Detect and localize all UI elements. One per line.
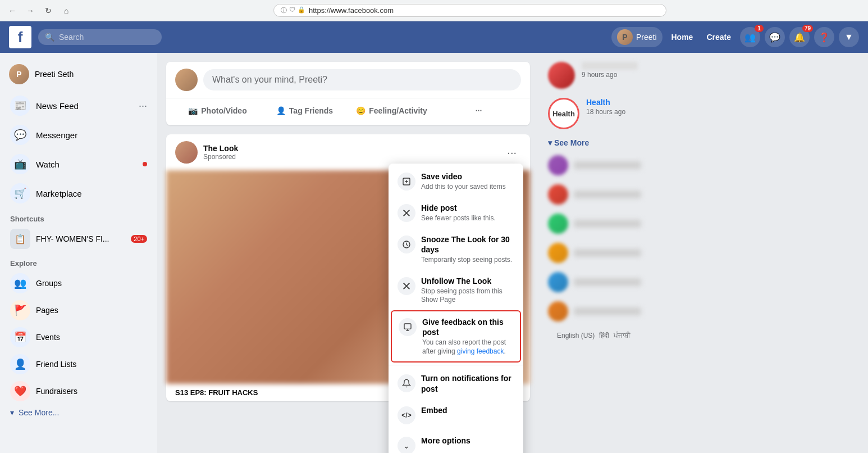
- embed-icon: </>: [398, 406, 415, 424]
- dropdown-give-feedback[interactable]: Give feedback on this post You can also …: [391, 310, 521, 363]
- contact-item-3[interactable]: [548, 210, 721, 237]
- messenger-label: Messenger: [36, 130, 77, 140]
- messenger-icon: 💬: [10, 125, 30, 145]
- health-time: 18 hours ago: [586, 108, 721, 116]
- health-title[interactable]: Health: [586, 98, 721, 107]
- explore-item-friend-lists[interactable]: 👤 Friend Lists: [4, 351, 153, 378]
- topnav-right: P Preeti Home Create 👥 1 💬 🔔 79 ❓ ▼: [611, 27, 859, 47]
- sidebar-item-newsfeed[interactable]: 📰 News Feed ···: [4, 91, 153, 120]
- friends-notification[interactable]: 👥 1: [740, 27, 760, 47]
- dropdown-embed[interactable]: </> Embed: [391, 400, 521, 430]
- right-item-1-title[interactable]: [582, 62, 638, 70]
- fhy-icon: 📋: [10, 229, 30, 249]
- dropdown-unfollow[interactable]: Unfollow The Look Stop seeing posts from…: [391, 270, 521, 310]
- explore-item-fundraisers[interactable]: ❤️ Fundraisers: [4, 378, 153, 405]
- contact-3-avatar: [548, 214, 568, 234]
- unfollow-title: Unfollow The Look: [421, 276, 514, 286]
- footer-hindi[interactable]: हिंदी: [599, 332, 609, 339]
- forward-button[interactable]: →: [24, 4, 37, 17]
- groups-icon: 👥: [10, 273, 30, 293]
- hide-post-text: Hide post See fewer posts like this.: [421, 203, 514, 223]
- composer-more[interactable]: ···: [436, 103, 521, 119]
- contact-item-6[interactable]: [548, 298, 721, 325]
- footer-english[interactable]: English (US): [557, 332, 595, 339]
- contact-4-avatar: [548, 243, 568, 263]
- tag-friends-label: Tag Friends: [289, 106, 333, 115]
- user-avatar: P: [617, 29, 633, 45]
- snooze-icon: [398, 235, 415, 253]
- watch-notification-dot: [143, 162, 147, 166]
- search-bar[interactable]: 🔍: [38, 29, 162, 45]
- address-bar[interactable]: ⓘ 🛡 🔒 https://www.facebook.com: [273, 4, 666, 17]
- notifications-icon: [398, 374, 415, 392]
- footer-punjabi[interactable]: ਪੰਜਾਬੀ: [614, 332, 631, 339]
- help-button[interactable]: ❓: [814, 27, 834, 47]
- dropdown-save-video[interactable]: Save video Add this to your saved items: [391, 166, 521, 197]
- dropdown-turn-on-notifications[interactable]: Turn on notifications for post: [391, 368, 521, 399]
- post-time: Sponsored: [203, 153, 497, 161]
- explore-item-events[interactable]: 📅 Events: [4, 324, 153, 351]
- save-video-title: Save video: [421, 171, 514, 182]
- contact-5-name: [574, 278, 641, 286]
- events-icon: 📅: [10, 327, 30, 347]
- watch-icon: 📺: [10, 154, 30, 174]
- composer-feeling-activity[interactable]: 😊 Feeling/Activity: [349, 103, 434, 119]
- post-meta: The Look Sponsored: [203, 144, 497, 161]
- photo-video-icon: 📷: [188, 106, 198, 115]
- sidebar-item-marketplace[interactable]: 🛒 Marketplace: [4, 179, 153, 208]
- home-button[interactable]: ⌂: [60, 4, 73, 17]
- contact-item-5[interactable]: [548, 269, 721, 296]
- composer-divider: [166, 98, 530, 98]
- contact-item-4[interactable]: [548, 239, 721, 266]
- notifications-title: Turn on notifications for post: [421, 373, 514, 393]
- dropdown-more-options[interactable]: ⌄ More options: [391, 430, 521, 453]
- center-feed: What's on your mind, Preeti? 📷 Photo/Vid…: [157, 53, 539, 453]
- dropdown-hide-post[interactable]: Hide post See fewer posts like this.: [391, 197, 521, 229]
- snooze-subtitle: Temporarily stop seeing posts.: [421, 256, 514, 265]
- post-card: The Look Sponsored ··· S13 EP8: FRUIT HA…: [166, 134, 530, 401]
- dropdown-snooze[interactable]: Snooze The Look for 30 days Temporarily …: [391, 229, 521, 270]
- contact-3-name: [574, 220, 641, 228]
- messages-button[interactable]: 💬: [765, 27, 785, 47]
- contact-2-name: [574, 191, 641, 198]
- contact-1-avatar: [548, 155, 568, 175]
- contact-2-avatar: [548, 184, 568, 205]
- home-link[interactable]: Home: [667, 30, 698, 44]
- composer-photo-video[interactable]: 📷 Photo/Video: [175, 103, 260, 119]
- notifications-notification[interactable]: 🔔 79: [789, 27, 810, 47]
- back-button[interactable]: ←: [6, 4, 19, 17]
- contact-5-avatar: [548, 272, 568, 292]
- search-input[interactable]: [59, 33, 155, 42]
- post-options-button[interactable]: ···: [502, 144, 521, 161]
- sidebar-user[interactable]: P Preeti Seth: [4, 60, 153, 89]
- messages-notification[interactable]: 💬: [765, 27, 785, 47]
- sidebar-shortcut-fhy[interactable]: 📋 FHY- WOMEN'S FI... 20+: [4, 225, 153, 252]
- explore-item-groups[interactable]: 👥 Groups: [4, 270, 153, 297]
- explore-item-pages[interactable]: 🚩 Pages: [4, 297, 153, 324]
- hide-post-icon: [398, 204, 415, 222]
- see-more-label: See More: [554, 138, 589, 147]
- user-pill[interactable]: P Preeti: [611, 27, 663, 47]
- sidebar-item-watch[interactable]: 📺 Watch: [4, 150, 153, 179]
- fhy-badge: 20+: [131, 235, 147, 243]
- right-sidebar-see-more[interactable]: ▾ See More: [548, 138, 721, 147]
- see-more-chevron-icon: ▾: [10, 408, 14, 417]
- sidebar-item-messenger[interactable]: 💬 Messenger: [4, 120, 153, 150]
- more-options-text: More options: [421, 436, 514, 446]
- fhy-label: FHY- WOMEN'S FI...: [36, 234, 109, 243]
- newsfeed-more-icon[interactable]: ···: [139, 100, 147, 112]
- watch-label: Watch: [36, 160, 60, 169]
- contact-item-1[interactable]: [548, 152, 721, 179]
- right-item-1-meta: 9 hours ago: [582, 62, 721, 79]
- contact-item-2[interactable]: [548, 181, 721, 208]
- composer-input[interactable]: What's on your mind, Preeti?: [203, 69, 521, 90]
- unfollow-text: Unfollow The Look Stop seeing posts from…: [421, 276, 514, 305]
- explore-see-more[interactable]: ▾ See More...: [4, 405, 153, 420]
- composer-tag-friends[interactable]: 👤 Tag Friends: [262, 103, 347, 119]
- fundraisers-icon: ❤️: [10, 381, 30, 401]
- create-link[interactable]: Create: [702, 30, 735, 44]
- refresh-button[interactable]: ↻: [42, 4, 55, 17]
- account-dropdown-button[interactable]: ▼: [839, 27, 859, 47]
- dropdown-divider: [389, 365, 523, 365]
- post-dropdown-menu: Save video Add this to your saved items …: [389, 164, 523, 453]
